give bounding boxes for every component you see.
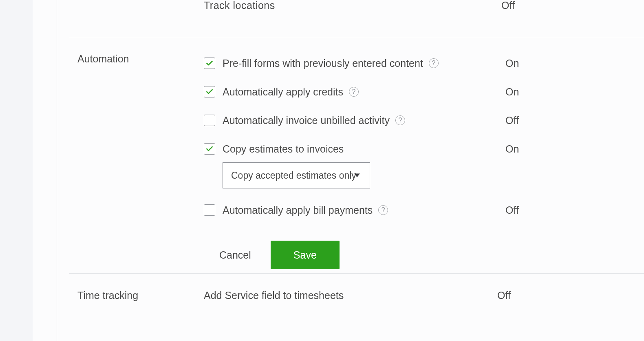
help-icon[interactable]: ?: [395, 115, 405, 125]
copy-estimates-select-value: Copy accepted estimates only: [231, 170, 356, 181]
save-button[interactable]: Save: [271, 241, 340, 269]
setting-row-prefill: Pre-fill forms with previously entered c…: [204, 49, 644, 78]
checkmark-icon: [205, 59, 214, 67]
chevron-down-icon: [354, 174, 360, 177]
copy-estimates-checkbox[interactable]: [204, 143, 215, 155]
prefill-label: Pre-fill forms with previously entered c…: [223, 58, 423, 69]
invoice-unbilled-label: Automatically invoice unbilled activity: [223, 115, 390, 126]
copy-estimates-status: On: [505, 143, 519, 155]
time-tracking-section-title: Time tracking: [77, 290, 138, 301]
time-tracking-status: Off: [497, 290, 511, 301]
help-icon[interactable]: ?: [429, 58, 439, 68]
apply-bill-payments-label: Automatically apply bill payments: [223, 204, 373, 216]
apply-credits-checkbox[interactable]: [204, 86, 215, 97]
track-locations-row: Track locations Off: [57, 0, 644, 16]
setting-row-invoice-unbilled: Automatically invoice unbilled activity …: [204, 106, 644, 135]
track-locations-status: Off: [501, 0, 515, 11]
apply-bill-payments-checkbox[interactable]: [204, 204, 215, 216]
help-icon[interactable]: ?: [378, 205, 388, 215]
apply-bill-payments-status: Off: [505, 204, 519, 216]
setting-row-apply-credits: Automatically apply credits ? On: [204, 78, 644, 106]
help-icon[interactable]: ?: [349, 87, 359, 97]
invoice-unbilled-checkbox[interactable]: [204, 115, 215, 126]
checkmark-icon: [205, 88, 214, 96]
invoice-unbilled-status: Off: [505, 115, 519, 126]
cancel-button[interactable]: Cancel: [216, 242, 254, 268]
checkmark-icon: [205, 145, 214, 153]
apply-credits-label: Automatically apply credits: [223, 86, 343, 98]
apply-credits-status: On: [505, 86, 519, 98]
setting-row-apply-bill-payments: Automatically apply bill payments ? Off: [204, 196, 644, 224]
prefill-checkbox[interactable]: [204, 58, 215, 69]
time-tracking-row-label: Add Service field to timesheets: [204, 290, 344, 301]
track-locations-label: Track locations: [204, 0, 275, 11]
automation-section-title: Automation: [77, 53, 129, 65]
copy-estimates-label: Copy estimates to invoices: [223, 143, 344, 155]
copy-estimates-select[interactable]: Copy accepted estimates only: [223, 162, 370, 188]
prefill-status: On: [505, 58, 519, 69]
section-divider: [69, 273, 644, 274]
setting-row-copy-estimates: Copy estimates to invoices On: [204, 135, 644, 163]
